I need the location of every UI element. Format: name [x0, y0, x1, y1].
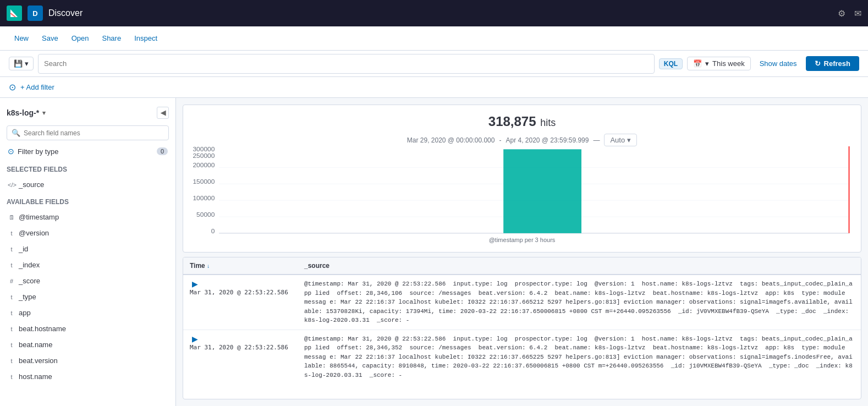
settings-icon[interactable]: ⚙	[838, 8, 845, 19]
auto-label: Auto	[610, 136, 625, 144]
filter-by-type-row[interactable]: ⊙ Filter by type 0	[7, 145, 169, 158]
field-search-input[interactable]	[24, 129, 164, 137]
top-bar: D Discover ⚙ ✉	[0, 0, 868, 26]
time-column-header[interactable]: Time ↓	[183, 257, 298, 275]
svg-text:300000: 300000	[193, 146, 215, 152]
user-avatar[interactable]: D	[28, 6, 43, 21]
field-item-beat-name[interactable]: t beat.name	[7, 339, 169, 350]
search-input[interactable]	[44, 59, 649, 68]
text-field-icon: t	[8, 262, 15, 268]
text-field-icon: t	[8, 374, 15, 380]
svg-rect-16	[503, 149, 581, 233]
chart-container: 318,875 hits Mar 29, 2020 @ 00:00:00.000…	[183, 105, 861, 253]
top-bar-actions: ⚙ ✉	[838, 8, 861, 19]
field-item-version[interactable]: t @version	[7, 227, 169, 239]
field-item-host-name[interactable]: t host.name	[7, 371, 169, 382]
text-field-icon: t	[8, 358, 15, 364]
table-row: ▶ Mar 31, 2020 @ 22:53:22.586 @timestamp…	[183, 275, 861, 330]
search-icon: 🔍	[12, 129, 20, 137]
filter-bar: ⊙ + Add filter	[0, 77, 868, 98]
expand-row-button[interactable]: ▶	[190, 334, 200, 343]
text-field-icon: t	[8, 294, 15, 300]
time-cell: ▶ Mar 31, 2020 @ 22:53:22.586	[183, 275, 298, 330]
saved-search-picker[interactable]: 💾 ▾	[9, 57, 34, 70]
field-item-score[interactable]: # _score	[7, 275, 169, 287]
filter-by-type-icon: ⊙	[8, 147, 14, 156]
hits-count: 318,875	[488, 114, 536, 129]
svg-text:250000: 250000	[193, 152, 215, 160]
new-button[interactable]: New	[9, 31, 34, 46]
field-item-type[interactable]: t _type	[7, 291, 169, 303]
filter-icon[interactable]: ⊙	[9, 82, 16, 92]
filter-by-type-label: Filter by type	[18, 147, 153, 156]
date-range-picker[interactable]: 📅 ▾ This week	[687, 57, 751, 70]
date-to: Apr 4, 2020 @ 23:59:59.999	[506, 136, 589, 144]
source-cell: @timestamp: Mar 31, 2020 @ 22:53:22.586 …	[298, 330, 861, 384]
kql-badge[interactable]: KQL	[659, 58, 683, 69]
svg-text:200000: 200000	[193, 162, 215, 169]
source-cell: @timestamp: Mar 31, 2020 @ 22:53:22.586 …	[298, 275, 861, 330]
sort-icon: ↓	[207, 263, 210, 269]
expand-row-button[interactable]: ▶	[190, 279, 200, 288]
field-item-app[interactable]: t app	[7, 307, 169, 319]
action-bar: New Save Open Share Inspect	[0, 26, 868, 51]
text-field-icon: t	[8, 246, 15, 253]
chevron-down-icon: ▾	[705, 59, 709, 68]
text-field-icon: t	[8, 230, 15, 237]
field-name: _source	[19, 180, 44, 189]
auto-interval-select[interactable]: Auto ▾	[604, 134, 637, 146]
field-item-index[interactable]: t _index	[7, 259, 169, 271]
number-field-icon: #	[8, 278, 15, 284]
field-item-beat-version[interactable]: t beat.version	[7, 355, 169, 366]
source-text-2: @timestamp: Mar 31, 2020 @ 22:53:22.586 …	[304, 336, 853, 378]
save-button[interactable]: Save	[36, 31, 64, 46]
index-pattern-selector[interactable]: k8s-log-* ▾ ◀	[7, 105, 169, 121]
selected-field-source[interactable]: </> _source	[7, 179, 169, 190]
sidebar: k8s-log-* ▾ ◀ 🔍 ⊙ Filter by type 0 Selec…	[0, 98, 176, 406]
field-item-beat-hostname[interactable]: t beat.hostname	[7, 323, 169, 334]
svg-rect-0	[7, 6, 22, 21]
source-column-header: _source	[298, 257, 861, 275]
open-button[interactable]: Open	[66, 31, 95, 46]
svg-text:150000: 150000	[193, 178, 215, 185]
text-field-icon: t	[8, 342, 15, 348]
table-row: ▶ Mar 31, 2020 @ 22:53:22.586 @timestamp…	[183, 330, 861, 384]
content-area: 318,875 hits Mar 29, 2020 @ 00:00:00.000…	[176, 98, 868, 406]
field-item-timestamp[interactable]: 🗓 @timestamp	[7, 211, 169, 223]
histogram-chart: 0 50000 100000 150000 200000 250000 3000…	[192, 146, 852, 234]
svg-text:100000: 100000	[193, 194, 215, 202]
field-search-container[interactable]: 🔍	[7, 125, 169, 140]
text-field-icon: t	[8, 310, 15, 316]
refresh-icon: ↻	[815, 59, 821, 68]
text-field-icon: t	[8, 326, 15, 332]
time-value: Mar 31, 2020 @ 22:53:22.586	[190, 289, 288, 296]
table-header-row: Time ↓ _source	[183, 257, 861, 275]
source-label: _source	[304, 262, 329, 270]
add-filter-button[interactable]: + Add filter	[20, 83, 54, 91]
field-item-id[interactable]: t _id	[7, 243, 169, 255]
show-dates-button[interactable]: Show dates	[755, 57, 801, 70]
calendar-icon: 📅	[693, 59, 702, 68]
refresh-button[interactable]: ↻ Refresh	[806, 56, 859, 71]
collapse-button[interactable]: ◀	[157, 107, 169, 119]
search-input-container[interactable]	[38, 54, 655, 74]
results-container[interactable]: Time ↓ _source ▶ Mar 31, 2020 @ 22:53:22…	[183, 257, 861, 399]
kibana-logo	[7, 6, 22, 21]
chart-header: 318,875 hits	[192, 114, 852, 129]
mail-icon[interactable]: ✉	[854, 8, 861, 19]
filter-count-badge: 0	[157, 147, 168, 155]
share-button[interactable]: Share	[96, 31, 127, 46]
available-fields-label: Available fields	[7, 195, 169, 207]
source-text-1: @timestamp: Mar 31, 2020 @ 22:53:22.586 …	[304, 281, 853, 323]
time-cell: ▶ Mar 31, 2020 @ 22:53:22.586	[183, 330, 298, 384]
date-range-label: This week	[712, 59, 745, 68]
chevron-down-icon: ▾	[25, 59, 29, 68]
chevron-down-icon: ▾	[42, 109, 46, 117]
time-label: Time	[190, 262, 205, 270]
date-range-info: Mar 29, 2020 @ 00:00:00.000 - Apr 4, 202…	[192, 134, 852, 146]
svg-text:0: 0	[211, 227, 215, 234]
main-layout: k8s-log-* ▾ ◀ 🔍 ⊙ Filter by type 0 Selec…	[0, 98, 868, 406]
inspect-button[interactable]: Inspect	[129, 31, 163, 46]
date-from: Mar 29, 2020 @ 00:00:00.000	[407, 136, 495, 144]
index-pattern-label: k8s-log-*	[7, 108, 39, 117]
